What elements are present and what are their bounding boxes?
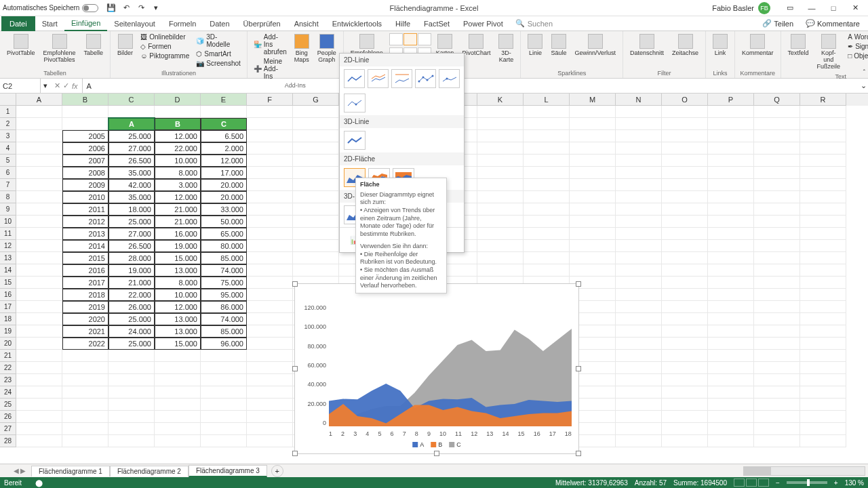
- cell[interactable]: [616, 362, 662, 374]
- cell[interactable]: [477, 216, 524, 228]
- cell[interactable]: [754, 106, 800, 118]
- cell[interactable]: [477, 106, 524, 118]
- tab-help[interactable]: Hilfe: [389, 16, 417, 31]
- row-header[interactable]: 27: [0, 423, 16, 435]
- share-button[interactable]: 🔗 Teilen: [757, 18, 799, 29]
- cell[interactable]: [524, 118, 570, 130]
- cell[interactable]: [247, 264, 293, 277]
- cell[interactable]: [108, 423, 155, 435]
- cell[interactable]: [662, 301, 708, 313]
- cell[interactable]: [293, 191, 339, 203]
- cell[interactable]: [201, 435, 247, 447]
- cell[interactable]: 27.000: [108, 228, 155, 240]
- sheet-tab-1[interactable]: Flächendiagramme 1: [31, 466, 110, 476]
- cell[interactable]: [201, 399, 247, 411]
- cell[interactable]: [247, 228, 293, 240]
- cell[interactable]: [754, 167, 800, 179]
- cell[interactable]: [16, 142, 62, 155]
- sheet-tab-2[interactable]: Flächendiagramme 2: [110, 466, 189, 476]
- row-header[interactable]: 13: [0, 252, 16, 264]
- cell[interactable]: 22.000: [155, 142, 201, 155]
- cell[interactable]: [201, 106, 247, 118]
- cell[interactable]: 12.000: [155, 191, 201, 203]
- zoom-in-button[interactable]: +: [834, 479, 838, 487]
- maximize-icon[interactable]: □: [823, 2, 844, 14]
- cell[interactable]: [754, 350, 800, 362]
- cell[interactable]: [708, 203, 754, 216]
- cell[interactable]: [293, 203, 339, 216]
- row-header[interactable]: 1: [0, 106, 16, 118]
- row-header[interactable]: 28: [0, 435, 16, 447]
- undo-icon[interactable]: ↶: [121, 3, 131, 13]
- cell[interactable]: [754, 386, 800, 399]
- cell[interactable]: 2012: [62, 216, 108, 228]
- cell[interactable]: [247, 338, 293, 350]
- user-name[interactable]: Fabio Basler: [712, 4, 754, 12]
- cell[interactable]: 21.000: [155, 216, 201, 228]
- cell[interactable]: [616, 301, 662, 313]
- comments-button[interactable]: 💬 Kommentare: [800, 18, 865, 29]
- collapse-ribbon-icon[interactable]: ˆ: [863, 69, 865, 77]
- cell[interactable]: 2008: [62, 167, 108, 179]
- cell[interactable]: [708, 118, 754, 130]
- cell[interactable]: [662, 130, 708, 142]
- qat-customize-icon[interactable]: ▾: [151, 3, 161, 13]
- column-header[interactable]: K: [477, 94, 524, 106]
- pictures-button[interactable]: Bilder: [115, 33, 136, 58]
- cell[interactable]: [16, 386, 62, 399]
- cell[interactable]: C: [201, 118, 247, 130]
- cell[interactable]: [247, 130, 293, 142]
- cell[interactable]: [201, 423, 247, 435]
- zoom-out-button[interactable]: −: [776, 479, 780, 487]
- row-header[interactable]: 10: [0, 216, 16, 228]
- cell[interactable]: 75.000: [201, 277, 247, 289]
- cell[interactable]: [16, 277, 62, 289]
- cell[interactable]: 2010: [62, 191, 108, 203]
- cell[interactable]: [477, 252, 524, 264]
- cell[interactable]: [754, 252, 800, 264]
- cell[interactable]: 12.000: [155, 301, 201, 313]
- cell[interactable]: [662, 399, 708, 411]
- cell[interactable]: A: [108, 118, 155, 130]
- row-header[interactable]: 4: [0, 142, 16, 155]
- cell[interactable]: 25.000: [108, 130, 155, 142]
- cell[interactable]: 19.000: [108, 264, 155, 277]
- column-header[interactable]: A: [16, 94, 62, 106]
- cell[interactable]: [247, 216, 293, 228]
- cell[interactable]: [293, 130, 339, 142]
- screenshot-button[interactable]: 📷 Screenshot: [194, 59, 243, 68]
- column-header[interactable]: D: [155, 94, 201, 106]
- header-footer-button[interactable]: Kopf- und Fußzeile: [814, 33, 844, 72]
- cell[interactable]: 16.000: [155, 228, 201, 240]
- cell[interactable]: [570, 106, 616, 118]
- cell[interactable]: [662, 118, 708, 130]
- cell[interactable]: 17.000: [201, 167, 247, 179]
- row-header[interactable]: 6: [0, 167, 16, 179]
- row-header[interactable]: 20: [0, 338, 16, 350]
- cell[interactable]: [570, 240, 616, 252]
- cell[interactable]: [108, 374, 155, 386]
- cell[interactable]: [754, 228, 800, 240]
- cell[interactable]: [662, 191, 708, 203]
- cell[interactable]: [16, 399, 62, 411]
- cell[interactable]: [201, 374, 247, 386]
- tab-start[interactable]: Start: [35, 16, 64, 31]
- enter-formula-icon[interactable]: ✓: [63, 81, 69, 90]
- cell[interactable]: [616, 264, 662, 277]
- cell[interactable]: [247, 203, 293, 216]
- cell[interactable]: 13.000: [155, 313, 201, 325]
- cell[interactable]: 74.000: [201, 313, 247, 325]
- formula-input[interactable]: A: [83, 82, 859, 90]
- cell[interactable]: [800, 277, 846, 289]
- slicer-button[interactable]: Datenschnitt: [627, 33, 667, 58]
- bing-maps-button[interactable]: Bing Maps: [292, 33, 312, 65]
- cell[interactable]: [754, 411, 800, 423]
- cell[interactable]: [616, 155, 662, 167]
- cell[interactable]: [62, 106, 108, 118]
- cell[interactable]: [616, 277, 662, 289]
- cell[interactable]: [662, 386, 708, 399]
- cell[interactable]: [247, 423, 293, 435]
- cell[interactable]: [754, 277, 800, 289]
- cell[interactable]: [754, 362, 800, 374]
- cell[interactable]: 21.000: [155, 203, 201, 216]
